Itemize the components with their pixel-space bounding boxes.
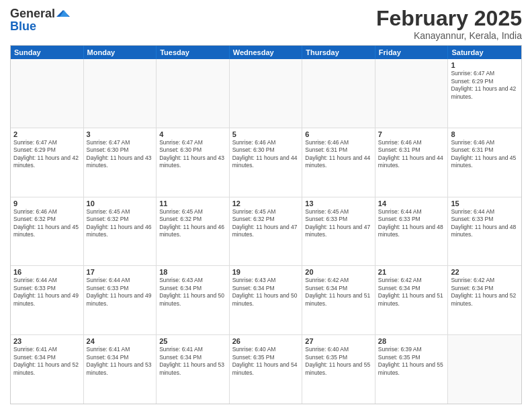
logo: General Blue [10, 7, 70, 32]
calendar-cell: 21Sunrise: 6:42 AM Sunset: 6:34 PM Dayli… [375, 266, 449, 334]
calendar-cell: 8Sunrise: 6:46 AM Sunset: 6:31 PM Daylig… [448, 128, 521, 197]
day-number: 27 [305, 337, 372, 345]
day-info: Sunrise: 6:40 AM Sunset: 6:35 PM Dayligh… [232, 346, 300, 377]
calendar-row-2: 2Sunrise: 6:47 AM Sunset: 6:29 PM Daylig… [11, 128, 521, 197]
day-number: 28 [378, 337, 445, 345]
day-info: Sunrise: 6:46 AM Sunset: 6:32 PM Dayligh… [13, 208, 81, 239]
day-info: Sunrise: 6:40 AM Sunset: 6:35 PM Dayligh… [305, 346, 372, 377]
calendar-cell: 15Sunrise: 6:44 AM Sunset: 6:33 PM Dayli… [448, 197, 521, 266]
day-number: 5 [232, 130, 300, 138]
day-number: 12 [232, 199, 300, 208]
logo-icon [56, 7, 70, 20]
calendar-cell: 3Sunrise: 6:47 AM Sunset: 6:30 PM Daylig… [84, 128, 157, 197]
calendar-cell [375, 59, 449, 128]
calendar-cell: 10Sunrise: 6:45 AM Sunset: 6:32 PM Dayli… [84, 197, 157, 266]
header-thursday: Thursday [302, 46, 375, 59]
day-number: 25 [159, 337, 226, 345]
day-info: Sunrise: 6:44 AM Sunset: 6:33 PM Dayligh… [378, 208, 445, 239]
day-info: Sunrise: 6:41 AM Sunset: 6:34 PM Dayligh… [13, 346, 81, 377]
day-info: Sunrise: 6:44 AM Sunset: 6:33 PM Dayligh… [451, 208, 519, 239]
day-number: 2 [13, 130, 81, 138]
calendar-cell: 1Sunrise: 6:47 AM Sunset: 6:29 PM Daylig… [448, 59, 521, 128]
day-info: Sunrise: 6:41 AM Sunset: 6:34 PM Dayligh… [87, 346, 154, 377]
day-info: Sunrise: 6:47 AM Sunset: 6:29 PM Dayligh… [451, 70, 519, 101]
day-info: Sunrise: 6:39 AM Sunset: 6:35 PM Dayligh… [378, 346, 445, 377]
logo-text-blue: Blue [10, 20, 36, 32]
calendar-cell: 2Sunrise: 6:47 AM Sunset: 6:29 PM Daylig… [11, 128, 84, 197]
calendar-cell: 25Sunrise: 6:41 AM Sunset: 6:34 PM Dayli… [157, 335, 230, 404]
calendar-cell [302, 59, 375, 128]
day-info: Sunrise: 6:41 AM Sunset: 6:34 PM Dayligh… [159, 346, 226, 377]
month-title: February 2025 [376, 7, 522, 30]
calendar-cell: 7Sunrise: 6:46 AM Sunset: 6:31 PM Daylig… [375, 128, 449, 197]
day-info: Sunrise: 6:45 AM Sunset: 6:32 PM Dayligh… [232, 208, 300, 239]
title-area: February 2025 Kanayannur, Kerala, India [376, 7, 522, 41]
day-info: Sunrise: 6:46 AM Sunset: 6:31 PM Dayligh… [305, 139, 372, 170]
calendar-cell: 5Sunrise: 6:46 AM Sunset: 6:30 PM Daylig… [230, 128, 303, 197]
calendar-cell [157, 59, 230, 128]
calendar-cell [11, 59, 84, 128]
calendar-cell: 9Sunrise: 6:46 AM Sunset: 6:32 PM Daylig… [11, 197, 84, 266]
calendar-cell: 27Sunrise: 6:40 AM Sunset: 6:35 PM Dayli… [302, 335, 375, 404]
day-number: 17 [87, 268, 154, 276]
calendar-row-4: 16Sunrise: 6:44 AM Sunset: 6:33 PM Dayli… [11, 266, 521, 335]
calendar-cell: 11Sunrise: 6:45 AM Sunset: 6:32 PM Dayli… [157, 197, 230, 266]
day-info: Sunrise: 6:46 AM Sunset: 6:31 PM Dayligh… [451, 139, 519, 170]
calendar-cell: 23Sunrise: 6:41 AM Sunset: 6:34 PM Dayli… [11, 335, 84, 404]
calendar-cell [448, 335, 521, 404]
day-number: 3 [87, 130, 154, 138]
header-friday: Friday [375, 46, 449, 59]
day-info: Sunrise: 6:42 AM Sunset: 6:34 PM Dayligh… [305, 277, 372, 308]
day-info: Sunrise: 6:45 AM Sunset: 6:32 PM Dayligh… [87, 208, 154, 239]
calendar-cell: 28Sunrise: 6:39 AM Sunset: 6:35 PM Dayli… [375, 335, 449, 404]
day-number: 15 [451, 199, 519, 208]
calendar-cell: 12Sunrise: 6:45 AM Sunset: 6:32 PM Dayli… [230, 197, 303, 266]
day-number: 7 [378, 130, 445, 138]
day-number: 26 [232, 337, 300, 345]
day-number: 16 [13, 268, 81, 276]
day-number: 23 [13, 337, 81, 345]
calendar-cell [84, 59, 157, 128]
day-number: 9 [13, 199, 81, 208]
calendar-row-1: 1Sunrise: 6:47 AM Sunset: 6:29 PM Daylig… [11, 59, 521, 128]
day-number: 18 [159, 268, 226, 276]
day-info: Sunrise: 6:43 AM Sunset: 6:34 PM Dayligh… [159, 277, 226, 308]
day-number: 6 [305, 130, 372, 138]
day-info: Sunrise: 6:46 AM Sunset: 6:30 PM Dayligh… [232, 139, 300, 170]
day-info: Sunrise: 6:42 AM Sunset: 6:34 PM Dayligh… [451, 277, 519, 308]
day-number: 24 [87, 337, 154, 345]
header-wednesday: Wednesday [230, 46, 303, 59]
calendar-cell: 20Sunrise: 6:42 AM Sunset: 6:34 PM Dayli… [302, 266, 375, 334]
calendar-cell: 26Sunrise: 6:40 AM Sunset: 6:35 PM Dayli… [230, 335, 303, 404]
header-saturday: Saturday [448, 46, 521, 59]
calendar-cell: 6Sunrise: 6:46 AM Sunset: 6:31 PM Daylig… [302, 128, 375, 197]
day-info: Sunrise: 6:47 AM Sunset: 6:30 PM Dayligh… [87, 139, 154, 170]
calendar-cell: 19Sunrise: 6:43 AM Sunset: 6:34 PM Dayli… [230, 266, 303, 334]
day-info: Sunrise: 6:46 AM Sunset: 6:31 PM Dayligh… [378, 139, 445, 170]
calendar-cell: 14Sunrise: 6:44 AM Sunset: 6:33 PM Dayli… [375, 197, 449, 266]
header-monday: Monday [84, 46, 157, 59]
day-info: Sunrise: 6:45 AM Sunset: 6:33 PM Dayligh… [305, 208, 372, 239]
calendar-cell: 13Sunrise: 6:45 AM Sunset: 6:33 PM Dayli… [302, 197, 375, 266]
calendar-cell: 24Sunrise: 6:41 AM Sunset: 6:34 PM Dayli… [84, 335, 157, 404]
calendar-cell: 22Sunrise: 6:42 AM Sunset: 6:34 PM Dayli… [448, 266, 521, 334]
calendar-row-3: 9Sunrise: 6:46 AM Sunset: 6:32 PM Daylig… [11, 197, 521, 267]
day-info: Sunrise: 6:47 AM Sunset: 6:30 PM Dayligh… [159, 139, 226, 170]
location-subtitle: Kanayannur, Kerala, India [376, 30, 522, 41]
header-tuesday: Tuesday [157, 46, 230, 59]
day-number: 19 [232, 268, 300, 276]
calendar-body: 1Sunrise: 6:47 AM Sunset: 6:29 PM Daylig… [11, 59, 521, 404]
calendar: Sunday Monday Tuesday Wednesday Thursday… [10, 45, 522, 404]
calendar-cell [230, 59, 303, 128]
day-number: 4 [159, 130, 226, 138]
day-number: 1 [451, 61, 519, 69]
day-info: Sunrise: 6:42 AM Sunset: 6:34 PM Dayligh… [378, 277, 445, 308]
day-info: Sunrise: 6:44 AM Sunset: 6:33 PM Dayligh… [87, 277, 154, 308]
logo-text-general: General [10, 7, 55, 19]
day-number: 22 [451, 268, 519, 276]
header: General Blue February 2025 Kanayannur, K… [10, 7, 522, 41]
calendar-row-5: 23Sunrise: 6:41 AM Sunset: 6:34 PM Dayli… [11, 335, 521, 404]
calendar-cell: 17Sunrise: 6:44 AM Sunset: 6:33 PM Dayli… [84, 266, 157, 334]
header-sunday: Sunday [11, 46, 84, 59]
day-number: 8 [451, 130, 519, 138]
